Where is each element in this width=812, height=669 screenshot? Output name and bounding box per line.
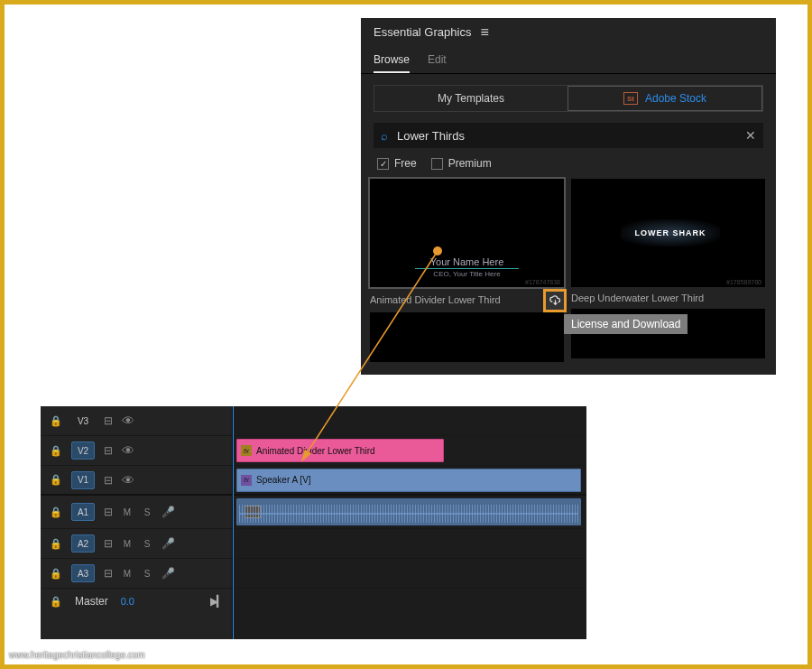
template-title: Deep Underwater Lower Third <box>571 293 704 303</box>
lock-icon[interactable]: 🔒 <box>50 596 62 608</box>
search-icon: ⌕ <box>381 129 388 143</box>
clip-label: Speaker A [V] <box>256 475 311 485</box>
search-bar[interactable]: ⌕ Lower Thirds ✕ <box>374 123 763 148</box>
fx-badge-icon: fx <box>241 445 252 456</box>
sync-lock-icon[interactable]: ⊟ <box>104 537 113 550</box>
template-item[interactable]: Your Name Here CEO, Your Title Here #178… <box>370 179 564 362</box>
lock-icon[interactable]: 🔒 <box>50 568 62 580</box>
track-header-row[interactable]: 🔒 V3 ⊟ 👁 <box>41 406 232 436</box>
source-my-templates[interactable]: My Templates <box>374 86 567 111</box>
source-stock-label: Adobe Stock <box>645 92 706 105</box>
track-header-row[interactable]: 🔒 A2 ⊟ M S 🎤 <box>41 529 232 559</box>
download-button[interactable] <box>543 289 567 312</box>
audio-clip[interactable] <box>236 498 581 525</box>
timeline-content[interactable]: fx Animated Divider Lower Third fx Speak… <box>233 406 586 639</box>
solo-button[interactable]: S <box>142 539 152 549</box>
sync-lock-icon[interactable]: ⊟ <box>104 414 113 427</box>
eye-icon[interactable]: 👁 <box>122 443 134 458</box>
stock-badge-icon: St <box>623 92 638 105</box>
checkbox-checked-icon[interactable]: ✓ <box>377 158 389 170</box>
track-header-row[interactable]: 🔒 V2 ⊟ 👁 <box>41 436 232 466</box>
track-label[interactable]: V2 <box>71 441 95 460</box>
stock-id: #178747838 <box>525 279 560 285</box>
filter-row: ✓ Free Premium <box>361 148 776 179</box>
panel-title: Essential Graphics <box>374 25 471 39</box>
lock-icon[interactable]: 🔒 <box>50 506 62 518</box>
mic-icon[interactable]: 🎤 <box>161 537 175 550</box>
template-title: Animated Divider Lower Third <box>370 294 501 305</box>
mute-button[interactable]: M <box>122 539 133 549</box>
solo-button[interactable]: S <box>142 507 152 517</box>
tab-edit[interactable]: Edit <box>428 53 447 73</box>
fx-badge-icon: fx <box>241 475 252 486</box>
solo-button[interactable]: S <box>142 569 152 579</box>
template-grid: Your Name Here CEO, Your Title Here #178… <box>361 179 776 362</box>
tab-browse[interactable]: Browse <box>374 53 410 73</box>
track-header-row[interactable]: 🔒 A1 ⊟ M S 🎤 <box>41 496 232 529</box>
template-thumbnail[interactable]: Your Name Here CEO, Your Title Here #178… <box>370 179 564 287</box>
source-adobe-stock[interactable]: St Adobe Stock <box>567 86 762 111</box>
filter-free[interactable]: ✓ Free <box>377 157 417 170</box>
search-input[interactable]: Lower Thirds <box>397 129 745 143</box>
master-track[interactable]: 🔒 Master 0.0 ▶▎ <box>41 589 232 614</box>
track-label[interactable]: V3 <box>71 412 95 430</box>
track-label[interactable]: A1 <box>71 503 95 521</box>
lock-icon[interactable]: 🔒 <box>50 474 62 486</box>
track-label[interactable]: A2 <box>71 534 95 553</box>
stock-id: #178589780 <box>726 279 761 285</box>
eye-icon[interactable]: 👁 <box>122 413 134 428</box>
waveform <box>239 505 578 523</box>
essential-graphics-panel: Essential Graphics ≡ Browse Edit My Temp… <box>361 18 776 375</box>
thumbnail-text: LOWER SHARK <box>621 219 720 246</box>
sync-lock-icon[interactable]: ⊟ <box>104 474 113 487</box>
sync-lock-icon[interactable]: ⊟ <box>104 444 113 457</box>
mic-icon[interactable]: 🎤 <box>161 567 175 580</box>
source-switcher: My Templates St Adobe Stock <box>374 85 763 112</box>
clear-icon[interactable]: ✕ <box>745 128 756 143</box>
panel-header: Essential Graphics ≡ <box>361 18 776 46</box>
template-item[interactable]: LOWER SHARK #178589780 Deep Underwater L… <box>571 179 765 362</box>
master-label: Master <box>75 595 108 608</box>
track-header-row[interactable]: 🔒 V1 ⊟ 👁 <box>41 466 232 496</box>
mic-icon[interactable]: 🎤 <box>161 506 175 518</box>
video-clip[interactable]: fx Speaker A [V] <box>236 469 581 492</box>
skip-icon[interactable]: ▶▎ <box>210 595 223 608</box>
download-cloud-icon <box>549 294 562 308</box>
template-thumbnail[interactable] <box>370 312 564 362</box>
checkbox-unchecked-icon[interactable] <box>431 158 443 170</box>
track-label[interactable]: V1 <box>71 471 95 489</box>
graphics-clip[interactable]: fx Animated Divider Lower Third <box>236 439 444 462</box>
master-value[interactable]: 0.0 <box>121 596 134 607</box>
track-header: 🔒 V3 ⊟ 👁 🔒 V2 ⊟ 👁 🔒 V1 ⊟ 👁 🔒 A1 ⊟ M S 🎤 … <box>41 406 233 639</box>
lock-icon[interactable]: 🔒 <box>50 538 62 550</box>
lock-icon[interactable]: 🔒 <box>50 415 62 427</box>
mute-button[interactable]: M <box>122 507 133 517</box>
clip-label: Animated Divider Lower Third <box>256 446 375 456</box>
template-thumbnail[interactable]: LOWER SHARK #178589780 <box>571 179 765 287</box>
track-header-row[interactable]: 🔒 A3 ⊟ M S 🎤 <box>41 559 232 589</box>
panel-menu-icon[interactable]: ≡ <box>480 28 488 37</box>
watermark: www.heritagechristiancollege.com <box>9 650 145 660</box>
tooltip: License and Download <box>564 314 687 334</box>
sync-lock-icon[interactable]: ⊟ <box>104 506 113 518</box>
track-label[interactable]: A3 <box>71 564 95 582</box>
lock-icon[interactable]: 🔒 <box>50 445 62 457</box>
sync-lock-icon[interactable]: ⊟ <box>104 567 113 580</box>
playhead[interactable] <box>233 406 234 639</box>
thumbnail-subtext: CEO, Your Title Here <box>370 270 564 278</box>
filter-premium[interactable]: Premium <box>431 157 492 170</box>
timeline-panel: 🔒 V3 ⊟ 👁 🔒 V2 ⊟ 👁 🔒 V1 ⊟ 👁 🔒 A1 ⊟ M S 🎤 … <box>41 406 586 639</box>
thumbnail-text: Your Name Here <box>370 256 564 267</box>
mute-button[interactable]: M <box>122 569 133 579</box>
eye-icon[interactable]: 👁 <box>122 473 134 488</box>
